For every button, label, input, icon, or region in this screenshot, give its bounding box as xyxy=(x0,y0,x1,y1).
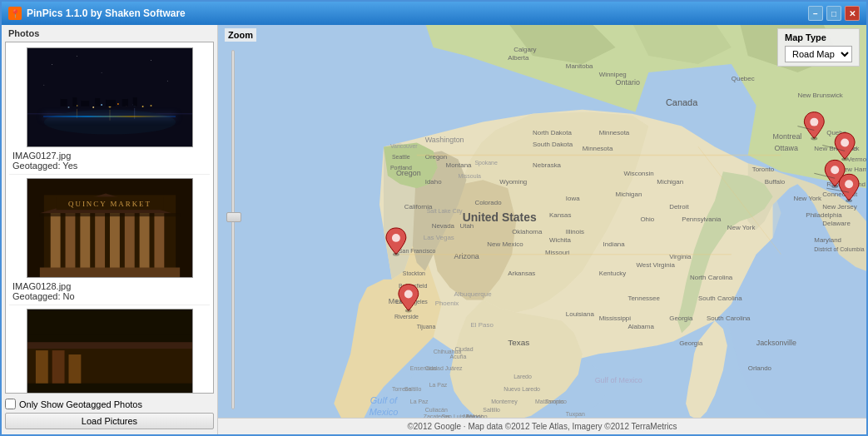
close-button[interactable]: ✕ xyxy=(845,6,860,21)
svg-text:Toronto: Toronto xyxy=(752,166,775,173)
svg-text:Phoenix: Phoenix xyxy=(435,300,459,307)
svg-text:New York: New York xyxy=(793,195,821,202)
main-content: Photos xyxy=(2,25,866,434)
svg-point-179 xyxy=(841,139,849,147)
svg-text:Tampico: Tampico xyxy=(545,399,567,405)
svg-rect-35 xyxy=(65,213,75,269)
svg-text:Buffalo: Buffalo xyxy=(765,178,786,186)
svg-text:Riverside: Riverside xyxy=(394,314,419,320)
svg-text:Nuevo Laredo: Nuevo Laredo xyxy=(503,386,540,392)
svg-text:Gulf of Mexico: Gulf of Mexico xyxy=(595,376,642,384)
photo-filename-2: IMAG0128.jpg xyxy=(11,281,208,291)
geotagged-filter-row: Only Show Geotagged Photos xyxy=(5,399,214,409)
svg-text:West Virginia: West Virginia xyxy=(636,261,675,269)
svg-text:Missoula: Missoula xyxy=(459,173,482,179)
svg-point-177 xyxy=(404,290,413,299)
maximize-button[interactable]: □ xyxy=(826,6,841,21)
svg-text:Mexico: Mexico xyxy=(370,407,399,417)
svg-text:Georgia: Georgia xyxy=(679,339,703,347)
svg-text:Kentucky: Kentucky xyxy=(599,270,627,277)
svg-text:Calgary: Calgary xyxy=(513,46,536,53)
svg-text:Maryland: Maryland xyxy=(814,236,841,244)
svg-rect-23 xyxy=(122,99,127,107)
only-geotagged-checkbox[interactable] xyxy=(5,399,16,409)
svg-text:Colorado: Colorado xyxy=(474,199,502,206)
svg-text:Oklahoma: Oklahoma xyxy=(512,228,543,235)
svg-text:Vermont: Vermont xyxy=(847,156,866,163)
svg-text:Tuxpan: Tuxpan xyxy=(566,411,585,418)
svg-text:Portland: Portland xyxy=(390,165,412,171)
svg-text:Wyoming: Wyoming xyxy=(499,178,527,186)
svg-text:Manitoba: Manitoba xyxy=(566,62,593,70)
svg-point-29 xyxy=(166,81,167,82)
app-window: 📍 PinPics 1.1.0 by Shaken Software − □ ✕… xyxy=(0,0,868,436)
minimize-button[interactable]: − xyxy=(808,6,823,21)
map-area: United States Mexico Canada Ontario Mani… xyxy=(218,25,866,434)
svg-text:Idaho: Idaho xyxy=(425,178,442,186)
svg-text:South Carolina: South Carolina xyxy=(698,295,742,302)
svg-text:Seattle: Seattle xyxy=(392,154,410,160)
svg-text:Indiana: Indiana xyxy=(603,240,626,248)
svg-text:Saltillo: Saltillo xyxy=(483,407,500,413)
svg-text:South Dakota: South Dakota xyxy=(533,141,573,148)
svg-text:Washington: Washington xyxy=(425,136,464,144)
svg-point-30 xyxy=(43,85,44,86)
svg-text:Acuña: Acuña xyxy=(450,354,467,359)
svg-text:Alabama: Alabama xyxy=(627,323,654,330)
svg-text:Canada: Canada xyxy=(666,97,698,107)
svg-text:Montreal: Montreal xyxy=(773,132,802,141)
map-canvas[interactable]: United States Mexico Canada Ontario Mani… xyxy=(218,25,866,418)
svg-rect-20 xyxy=(81,101,89,107)
svg-text:Las Vegas: Las Vegas xyxy=(424,234,454,241)
svg-text:Philadelphia: Philadelphia xyxy=(806,211,842,219)
svg-text:QUINCY MARKET: QUINCY MARKET xyxy=(68,200,151,208)
svg-point-183 xyxy=(845,180,853,188)
svg-point-14 xyxy=(150,105,151,107)
svg-rect-44 xyxy=(39,268,179,278)
svg-text:Saltillo: Saltillo xyxy=(404,386,422,392)
svg-text:Tennessee: Tennessee xyxy=(627,295,660,302)
svg-point-186 xyxy=(811,137,817,141)
svg-text:Spokane: Spokane xyxy=(474,160,498,166)
window-title: PinPics 1.1.0 by Shaken Software xyxy=(27,7,808,19)
svg-text:Winnipeg: Winnipeg xyxy=(599,71,627,78)
svg-rect-50 xyxy=(68,354,81,384)
zoom-slider-area xyxy=(225,50,241,409)
svg-text:Illinois: Illinois xyxy=(566,228,584,235)
svg-text:Minnesota: Minnesota xyxy=(599,129,630,136)
svg-point-175 xyxy=(392,234,400,242)
svg-point-176 xyxy=(393,253,399,256)
svg-text:Louisiana: Louisiana xyxy=(566,310,595,318)
map-copyright: ©2012 Google · Map data ©2012 Tele Atlas… xyxy=(407,422,677,431)
zoom-slider-track[interactable] xyxy=(231,50,235,409)
list-item[interactable]: QUINCY MARKET IMAG0128.jpg Geotagged: No xyxy=(9,175,210,305)
load-pictures-button[interactable]: Load Pictures xyxy=(5,413,214,429)
photo-geotag-2: Geotagged: No xyxy=(11,291,208,301)
svg-point-26 xyxy=(76,56,77,57)
svg-rect-41 xyxy=(154,213,164,269)
svg-text:Jacksonville: Jacksonville xyxy=(756,339,796,347)
window-controls: − □ ✕ xyxy=(808,6,860,21)
svg-point-184 xyxy=(846,199,852,202)
only-geotagged-label: Only Show Geotagged Photos xyxy=(19,399,142,409)
photo-thumbnail-3 xyxy=(27,309,193,394)
list-item[interactable]: IMAG0127.jpg Geotagged: Yes xyxy=(9,44,210,175)
svg-text:San Francisco: San Francisco xyxy=(399,248,436,254)
list-item[interactable]: IMAG0129.jpg Geotagged: No xyxy=(9,305,210,394)
svg-text:El Paso: El Paso xyxy=(470,321,494,329)
svg-text:Iowa: Iowa xyxy=(566,195,580,202)
svg-rect-40 xyxy=(139,213,149,269)
svg-text:Delaware: Delaware xyxy=(822,220,851,227)
photo-list[interactable]: IMAG0127.jpg Geotagged: Yes xyxy=(5,42,214,394)
svg-text:Quebec: Quebec xyxy=(732,75,755,82)
photo-thumbnail-2: QUINCY MARKET xyxy=(27,178,193,278)
zoom-slider-thumb[interactable] xyxy=(226,212,241,222)
svg-point-27 xyxy=(101,72,102,73)
svg-text:South Carolina: South Carolina xyxy=(707,315,751,322)
map-type-select[interactable]: Road Map Satellite Hybrid Terrain xyxy=(785,46,852,62)
map-type-panel: Map Type Road Map Satellite Hybrid Terra… xyxy=(777,28,860,67)
svg-rect-45 xyxy=(39,213,179,216)
svg-text:Arizona: Arizona xyxy=(454,252,479,260)
svg-text:District of Columbia: District of Columbia xyxy=(814,246,864,252)
svg-point-182 xyxy=(831,185,838,188)
